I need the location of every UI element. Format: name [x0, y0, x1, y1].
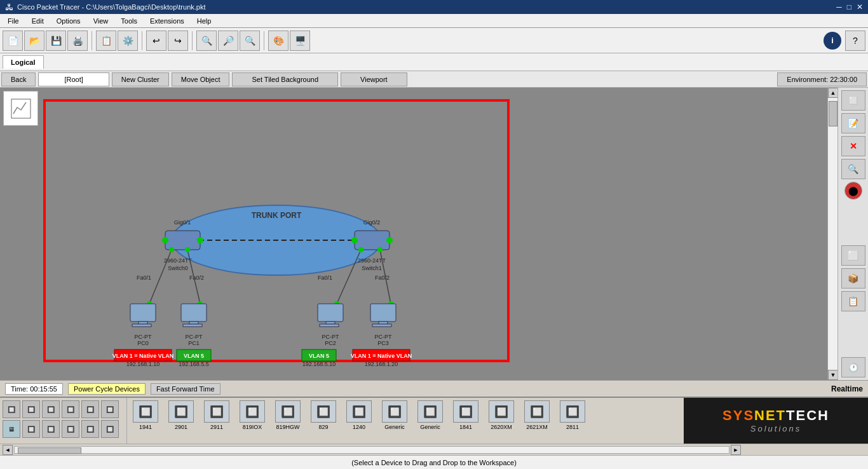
root-button[interactable]: [Root] — [38, 72, 109, 86]
new-cluster-button[interactable]: New Cluster — [112, 72, 169, 86]
palette-button[interactable]: 🎨 — [268, 31, 288, 51]
device-1841[interactable]: 🔲 1841 — [450, 400, 482, 430]
preferences-button[interactable]: ⚙️ — [118, 31, 138, 51]
scroll-thumb[interactable] — [829, 101, 837, 126]
device-label-819hgw: 819HGW — [276, 424, 299, 430]
device-819iox[interactable]: 🔲 819IOX — [236, 400, 268, 430]
menu-help[interactable]: Help — [192, 16, 217, 26]
app-icon: 🖧 — [5, 3, 13, 12]
device-generic-2[interactable]: 🔲 Generic — [414, 400, 446, 430]
category-custom[interactable]: 🔲 — [81, 420, 99, 438]
maximize-button[interactable]: □ — [847, 3, 851, 11]
category-wan[interactable]: 🔲 — [101, 400, 119, 418]
window-controls[interactable]: ─ □ ✕ — [836, 3, 863, 11]
svg-rect-5 — [165, 231, 200, 250]
scroll-track[interactable] — [828, 98, 837, 370]
print-button[interactable]: 🖨️ — [67, 31, 88, 51]
help-button[interactable]: ? — [845, 31, 865, 51]
power-cycle-button[interactable]: Power Cycle Devices — [68, 383, 146, 395]
info-button[interactable]: i — [824, 32, 841, 50]
h-scroll-track[interactable] — [14, 446, 729, 454]
svg-text:PC1: PC1 — [188, 340, 200, 346]
workspace-canvas[interactable]: TRUNK PORT Gig0/1 2960-24TT Switch0 Gig0… — [0, 88, 837, 380]
new-button[interactable]: 📄 — [3, 31, 23, 51]
device-icon-generic-2: 🔲 — [417, 400, 443, 423]
undo-button[interactable]: ↩ — [146, 31, 166, 51]
category-security[interactable]: 🔲 — [81, 400, 99, 418]
activity-wizard-button[interactable]: 📋 — [96, 31, 116, 51]
svg-text:PC-PT: PC-PT — [186, 334, 203, 340]
device-2620xm[interactable]: 🔲 2620XM — [485, 400, 517, 430]
device-829[interactable]: 🔲 829 — [308, 400, 339, 430]
h-scroll-thumb[interactable] — [18, 447, 81, 454]
logical-workspace-icon[interactable] — [3, 91, 38, 126]
clock-button[interactable]: 🕐 — [841, 357, 865, 377]
vertical-scrollbar[interactable]: ▲ ▼ — [827, 88, 837, 380]
open-button[interactable]: 📂 — [24, 31, 44, 51]
save-button[interactable]: 💾 — [46, 31, 66, 51]
palette-main: 🔲 🔲 🔲 🔲 🔲 🔲 🖥 🔲 🔲 🔲 🔲 🔲 🔲 1941 🔲 290 — [0, 398, 868, 444]
select-tool-button[interactable]: ⬜ — [841, 90, 865, 111]
category-phones[interactable]: 🔲 — [62, 420, 79, 438]
category-hubs[interactable]: 🔲 — [42, 400, 60, 418]
scroll-down-arrow[interactable]: ▼ — [828, 370, 837, 380]
device-2621xm[interactable]: 🔲 2621XM — [521, 400, 553, 430]
move-object-button[interactable]: Move Object — [172, 72, 230, 86]
device-label-1941: 1941 — [139, 424, 152, 430]
menu-view[interactable]: View — [88, 16, 114, 26]
category-printers[interactable]: 🔲 — [22, 420, 40, 438]
svg-point-23 — [185, 247, 190, 252]
svg-rect-50 — [326, 322, 335, 324]
device-label-819iox: 819IOX — [243, 424, 262, 430]
set-tiled-bg-button[interactable]: Set Tiled Background — [232, 72, 338, 86]
environment-button[interactable]: Environment: 22:30:00 — [777, 72, 867, 86]
inspect-button[interactable]: 🔍 — [841, 159, 865, 179]
category-multiuser[interactable]: 🔲 — [101, 420, 119, 438]
scroll-left-arrow[interactable]: ◄ — [3, 445, 13, 455]
minimize-button[interactable]: ─ — [836, 3, 842, 11]
back-button[interactable]: Back — [1, 72, 36, 86]
category-routers[interactable]: 🔲 — [3, 400, 20, 418]
menu-tools[interactable]: Tools — [116, 16, 142, 26]
device-2911[interactable]: 🔲 2911 — [201, 400, 233, 430]
move-layout-button[interactable]: 📦 — [841, 268, 865, 289]
device-1240[interactable]: 🔲 1240 — [343, 400, 375, 430]
category-switches[interactable]: 🔲 — [22, 400, 40, 418]
window-title: Cisco Packet Tracer - C:\Users\TolgaBagc… — [17, 3, 206, 11]
notes-list-button[interactable]: 📋 — [841, 291, 865, 311]
svg-text:192.168.1.20: 192.168.1.20 — [365, 361, 398, 367]
network-button[interactable]: 🖥️ — [290, 31, 310, 51]
device-label-1240: 1240 — [353, 424, 365, 430]
zoom-in-button[interactable]: 🔍 — [196, 31, 217, 51]
device-label-2911: 2911 — [210, 424, 223, 430]
resize-button[interactable]: ⬤ — [844, 182, 862, 200]
delete-button[interactable]: ✕ — [841, 136, 865, 156]
viewport-button[interactable]: Viewport — [341, 72, 407, 86]
menu-file[interactable]: File — [3, 16, 24, 26]
logical-tab[interactable]: Logical — [3, 55, 44, 69]
svg-rect-31 — [189, 322, 198, 324]
scroll-right-arrow[interactable]: ► — [731, 445, 741, 455]
logo-sub: Solutions — [750, 424, 801, 433]
menu-extensions[interactable]: Extensions — [145, 16, 189, 26]
svg-rect-27 — [132, 324, 151, 327]
note-button[interactable]: 📝 — [841, 113, 865, 133]
scroll-up-arrow[interactable]: ▲ — [828, 88, 837, 98]
close-button[interactable]: ✕ — [857, 3, 863, 11]
device-819hgw[interactable]: 🔲 819HGW — [272, 400, 304, 430]
menu-options[interactable]: Options — [51, 16, 86, 26]
zoom-out-button[interactable]: 🔎 — [218, 31, 238, 51]
zoom-reset-button[interactable]: 🔍 — [240, 31, 260, 51]
select-all-button[interactable]: ⬜ — [841, 245, 865, 266]
redo-button[interactable]: ↪ — [168, 31, 188, 51]
fast-forward-button[interactable]: Fast Forward Time — [151, 383, 220, 395]
svg-text:VLAN 1 = Native VLAN: VLAN 1 = Native VLAN — [112, 353, 173, 359]
category-pcs[interactable]: 🖥 — [3, 420, 20, 438]
device-1941[interactable]: 🔲 1941 — [130, 400, 161, 430]
category-servers[interactable]: 🔲 — [42, 420, 60, 438]
device-2811[interactable]: 🔲 2811 — [557, 400, 588, 430]
device-2901[interactable]: 🔲 2901 — [165, 400, 197, 430]
device-generic-1[interactable]: 🔲 Generic — [379, 400, 410, 430]
menu-edit[interactable]: Edit — [27, 16, 49, 26]
category-wireless[interactable]: 🔲 — [62, 400, 79, 418]
